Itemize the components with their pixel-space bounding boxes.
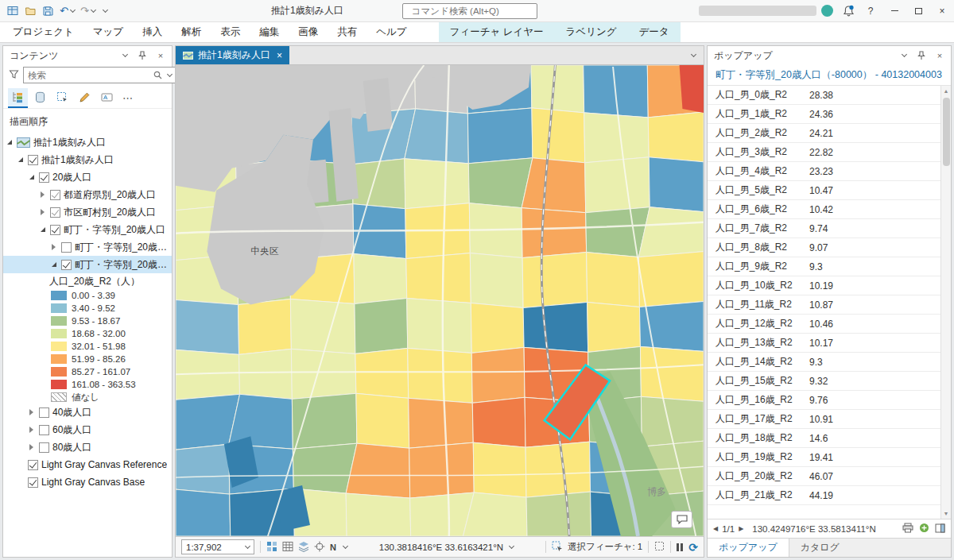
layer-checkbox[interactable] xyxy=(61,260,72,270)
pause-drawing-button[interactable] xyxy=(677,543,683,551)
tree-item-basemap-reference[interactable]: Light Gray Canvas Reference xyxy=(3,456,172,473)
explore-grid-icon[interactable] xyxy=(266,541,277,554)
new-project-icon[interactable] xyxy=(5,2,21,20)
attribute-row[interactable]: 人口_男_18歳_R2 14.6 xyxy=(708,429,940,448)
layer-checkbox[interactable] xyxy=(39,407,49,418)
attribute-row[interactable]: 人口_男_4歳_R2 23.23 xyxy=(708,162,940,181)
list-by-editing-button[interactable] xyxy=(75,88,95,108)
attribute-row[interactable]: 人口_男_3歳_R2 22.82 xyxy=(708,143,940,162)
expander-icon[interactable] xyxy=(38,209,47,215)
command-search-input[interactable] xyxy=(412,6,534,16)
ribbon-tab[interactable]: 挿入 xyxy=(133,22,172,42)
scroll-up-icon[interactable]: ▲ xyxy=(944,86,949,96)
list-by-selection-button[interactable] xyxy=(52,88,72,108)
pin-icon[interactable] xyxy=(136,49,149,62)
ribbon-tab[interactable]: 共有 xyxy=(328,22,366,42)
save-project-icon[interactable] xyxy=(40,2,56,20)
expander-icon[interactable] xyxy=(5,140,14,145)
contextual-ribbon-tab[interactable]: ラベリング xyxy=(555,22,628,42)
tab-popup[interactable]: ポップアップ xyxy=(708,539,789,557)
tree-item-town-sub1[interactable]: 町丁・字等別_20歳人口... xyxy=(3,238,172,256)
attribute-row[interactable]: 人口_男_16歳_R2 9.76 xyxy=(708,391,940,410)
layer-checkbox[interactable] xyxy=(61,242,72,253)
attribute-row[interactable]: 人口_男_12歳_R2 10.46 xyxy=(708,315,940,334)
expander-icon[interactable] xyxy=(49,262,58,267)
ribbon-tab[interactable]: 解析 xyxy=(172,22,211,42)
pane-menu-icon[interactable] xyxy=(118,49,130,62)
notifications-button[interactable] xyxy=(838,5,859,17)
minimize-button[interactable] xyxy=(882,0,906,22)
coords-dropdown-icon[interactable] xyxy=(509,543,514,548)
previous-feature-icon[interactable]: ◀ xyxy=(713,525,718,532)
tree-item-layer-80[interactable]: 80歳人口 xyxy=(3,438,172,456)
more-options-icon[interactable]: ⋯ xyxy=(119,92,136,104)
tree-item-basemap-base[interactable]: Light Gray Canvas Base xyxy=(3,473,172,491)
expander-icon[interactable] xyxy=(27,175,36,180)
attribute-row[interactable]: 人口_男_8歳_R2 9.07 xyxy=(708,238,940,257)
layer-checkbox[interactable] xyxy=(50,207,60,218)
tree-item-pref-layer[interactable]: 都道府県別_20歳人口 xyxy=(3,186,172,203)
contextual-ribbon-tab[interactable]: データ xyxy=(628,22,681,42)
filter-icon[interactable] xyxy=(9,69,19,82)
refresh-map-button[interactable]: ⟳ xyxy=(688,541,698,554)
tree-item-layer-40[interactable]: 40歳人口 xyxy=(3,404,172,421)
close-pane-icon[interactable]: × xyxy=(933,49,946,62)
attribute-row[interactable]: 人口_男_1歳_R2 24.36 xyxy=(708,105,940,124)
tree-item-town-group[interactable]: 町丁・字等別_20歳人口 xyxy=(3,221,172,238)
undo-dropdown-icon[interactable] xyxy=(70,6,76,12)
next-feature-icon[interactable]: ▶ xyxy=(739,525,743,532)
layer-checkbox[interactable] xyxy=(50,225,60,235)
scale-selector[interactable]: 1:37,902 xyxy=(181,539,254,554)
search-dropdown-icon[interactable] xyxy=(167,71,173,76)
layer-checkbox[interactable] xyxy=(28,477,38,488)
map-view-tab[interactable]: 推計1歳刻み人口 × xyxy=(176,46,289,64)
close-view-icon[interactable]: × xyxy=(277,50,282,61)
map-comment-button[interactable] xyxy=(671,511,692,528)
layer-checkbox[interactable] xyxy=(28,155,38,165)
attribute-row[interactable]: 人口_男_20歳_R2 46.07 xyxy=(708,467,940,486)
layer-checkbox[interactable] xyxy=(39,172,49,183)
layer-checkbox[interactable] xyxy=(28,460,38,470)
expander-icon[interactable] xyxy=(16,157,25,162)
cursor-coordinates[interactable]: 130.3818416°E 33.6163421°N xyxy=(379,543,514,552)
tree-item-map-root[interactable]: 推計1歳刻み人口 xyxy=(3,133,172,151)
map-canvas[interactable]: 中央区 博多 xyxy=(176,65,704,536)
list-by-drawing-order-button[interactable] xyxy=(8,88,28,108)
expander-icon[interactable] xyxy=(27,444,36,450)
attribute-row[interactable]: 人口_男_0歳_R2 28.38 xyxy=(708,86,940,105)
expander-icon[interactable] xyxy=(38,227,47,232)
layer-checkbox[interactable] xyxy=(39,442,49,453)
popup-feature-title[interactable]: 町丁・字等別_20歳人口（-80000） - 40132004003 xyxy=(708,65,951,86)
expander-icon[interactable] xyxy=(27,409,36,415)
ribbon-tab[interactable]: プロジェクト xyxy=(3,22,83,42)
close-pane-icon[interactable]: × xyxy=(154,49,167,62)
attribute-row[interactable]: 人口_男_9歳_R2 9.3 xyxy=(708,257,940,276)
customize-qat-dropdown[interactable] xyxy=(99,2,110,20)
ribbon-tab[interactable]: マップ xyxy=(83,22,133,42)
expander-icon[interactable] xyxy=(49,244,58,250)
layer-checkbox[interactable] xyxy=(39,425,49,435)
open-project-icon[interactable] xyxy=(22,2,39,20)
tools-dropdown-icon[interactable] xyxy=(343,543,348,548)
contents-search-input[interactable] xyxy=(28,71,150,80)
ribbon-tab[interactable]: ヘルプ xyxy=(366,22,416,42)
attribute-row[interactable]: 人口_男_15歳_R2 9.32 xyxy=(708,372,940,391)
pane-menu-icon[interactable] xyxy=(897,49,909,62)
list-by-labeling-button[interactable] xyxy=(97,88,117,108)
snapping-crosshair-icon[interactable] xyxy=(314,541,325,554)
print-icon[interactable] xyxy=(902,523,913,535)
zoom-to-feature-icon[interactable] xyxy=(919,523,929,535)
attribute-row[interactable]: 人口_男_6歳_R2 10.42 xyxy=(708,200,940,219)
contents-search-box[interactable] xyxy=(23,67,176,83)
expander-icon[interactable] xyxy=(27,427,36,433)
redo-dropdown-icon[interactable] xyxy=(91,6,96,12)
layer-checkbox[interactable] xyxy=(50,190,60,200)
scroll-down-icon[interactable]: ▼ xyxy=(944,508,949,519)
scale-dropdown-icon[interactable] xyxy=(245,543,250,548)
attribute-row[interactable]: 人口_男_19歳_R2 19.41 xyxy=(708,448,940,467)
attribute-row[interactable]: 人口_男_17歳_R2 10.91 xyxy=(708,410,940,429)
list-by-data-source-button[interactable] xyxy=(30,88,50,108)
tree-item-layer-20[interactable]: 20歳人口 xyxy=(3,168,172,186)
attribute-row[interactable]: 人口_男_5歳_R2 10.47 xyxy=(708,181,940,200)
dock-popup-icon[interactable] xyxy=(935,523,945,535)
